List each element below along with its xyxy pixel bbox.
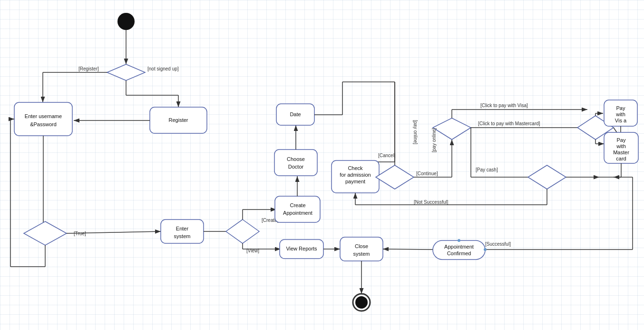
label-pay-master-1: Pay (617, 137, 626, 143)
label-enter-credentials-2: &Password (30, 121, 57, 127)
label-create-appt-1: Create (290, 202, 305, 208)
label-pay-visa-1: Pay (616, 105, 625, 111)
label-register: [Register] (78, 66, 99, 71)
node-close-system (340, 237, 383, 261)
label-view-reports: View Reports (286, 246, 317, 251)
label-close-system-2: system (353, 251, 370, 257)
node-create-appointment (275, 196, 320, 222)
activity-diagram: [Register] [not signed up] Enter usernam… (0, 0, 644, 330)
label-pay-online: [pay online] (413, 120, 418, 144)
start-node (117, 13, 135, 30)
arrow-confirmed-to-close (383, 249, 433, 250)
label-cancel: [Cancel] (378, 153, 396, 158)
label-click-visa: [Click to pay with Visa] (480, 103, 528, 108)
diagram-canvas: [Register] [not signed up] Enter usernam… (0, 0, 644, 330)
label-pay-visa-3: Vis a (615, 118, 627, 123)
label-check-3: payment (345, 179, 365, 184)
label-check-1: Check (348, 165, 363, 171)
label-successful: [Successful] (485, 241, 511, 247)
label-pay-cash: [Pay cash] (476, 167, 498, 172)
label-click-master: [Click to pay with Mastercard] (478, 121, 540, 126)
label-not-signed-up: [not signed up] (147, 66, 179, 71)
label-choose-doctor-2: Doctor (288, 164, 304, 170)
label-enter-system-1: Enter (176, 226, 189, 231)
label-continue: [Continue] (416, 171, 438, 176)
decision-true (24, 221, 67, 245)
label-enter-credentials-1: Enter username (25, 113, 62, 119)
label-appt-confirmed-2: Confirmed (447, 250, 471, 256)
label-date: Date (290, 111, 301, 117)
label-pay-master-3: Master (613, 150, 629, 155)
node-enter-system (161, 220, 204, 243)
dot-right (484, 248, 487, 251)
decision-signedup (107, 64, 145, 80)
node-enter-credentials (14, 102, 72, 136)
label-not-successful: [Not Successful] (414, 200, 448, 205)
label-create-appt-2: Appointment (283, 210, 312, 216)
label-pay-master-2: with (616, 143, 626, 149)
decision-payment (433, 118, 471, 140)
label-close-system-1: Close (355, 243, 368, 249)
end-node (355, 296, 368, 309)
decision-cash (528, 165, 566, 189)
decision-continue (376, 165, 414, 189)
label-choose-doctor-1: Choose (287, 156, 305, 162)
dot-top (458, 239, 460, 242)
label-register-box: Register (169, 117, 188, 123)
label-pay-visa-2: with (615, 111, 625, 117)
label-appt-confirmed-1: Appointment (444, 244, 474, 250)
decision-create (226, 220, 259, 243)
label-enter-system-2: system (174, 233, 191, 239)
label-true: [True] (74, 231, 86, 236)
node-choose-doctor (274, 150, 317, 176)
label-pay-master-4: card (616, 156, 626, 161)
label-check-2: for admission (340, 172, 371, 178)
label-pay-online-vert: [pay online] (431, 128, 437, 152)
